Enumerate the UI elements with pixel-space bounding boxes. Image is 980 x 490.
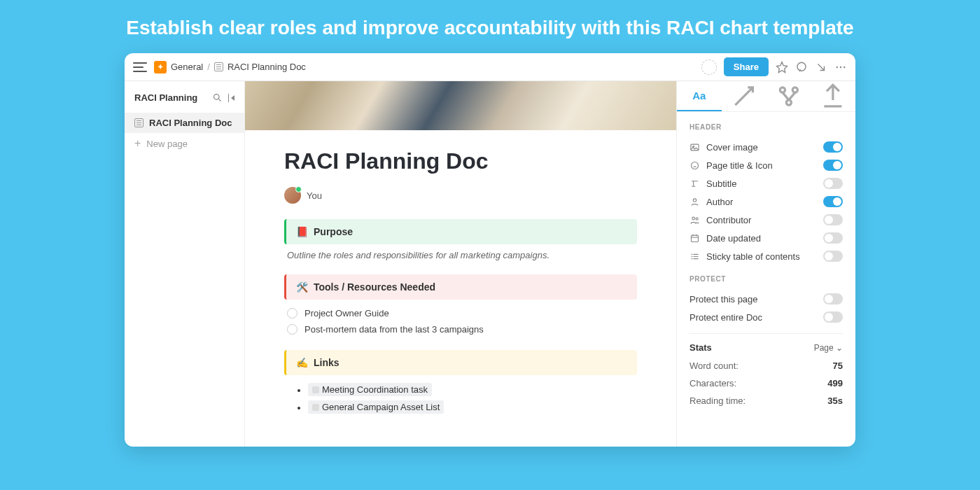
toggle-sticky-toc[interactable] <box>823 251 843 262</box>
tools-heading: Tools / Resources Needed <box>314 281 435 293</box>
people-icon <box>690 215 700 225</box>
stat-value: 499 <box>827 378 843 388</box>
link-chip[interactable]: General Campaign Asset List <box>308 400 444 414</box>
svg-point-13 <box>696 218 698 220</box>
svg-point-11 <box>693 198 696 201</box>
svg-point-1 <box>836 66 838 67</box>
option-label: Subtitle <box>706 178 817 189</box>
svg-point-10 <box>692 162 699 169</box>
checkbox-icon[interactable] <box>287 324 298 335</box>
book-icon: 📕 <box>296 226 308 237</box>
hero-title: Establish clear roles and improve accoun… <box>0 0 980 53</box>
sidebar: RACI Planning RACI Planning Doc + New pa… <box>125 81 245 447</box>
toggle-contributor[interactable] <box>823 214 843 225</box>
section-protect: PROTECT <box>690 275 843 283</box>
svg-point-4 <box>214 94 219 100</box>
option-label: Page title & Icon <box>706 160 817 171</box>
option-label: Contributor <box>706 215 817 225</box>
link-item[interactable]: General Campaign Asset List <box>308 398 637 416</box>
right-panel: Aa HEADER Cover image Page title & Icon <box>676 81 855 447</box>
import-icon[interactable] <box>815 61 827 74</box>
sidebar-title: RACI Planning <box>134 92 206 103</box>
link-chip[interactable]: Meeting Coordination task <box>308 383 432 396</box>
svg-point-7 <box>786 100 791 105</box>
purpose-heading: Purpose <box>314 226 353 237</box>
breadcrumb-separator: / <box>207 62 210 72</box>
option-label: Protect this page <box>690 294 817 304</box>
checklist-item[interactable]: Project Owner Guide <box>284 305 637 321</box>
cover-image[interactable] <box>245 81 676 130</box>
link-item[interactable]: Meeting Coordination task <box>308 381 637 398</box>
tab-text-style[interactable]: Aa <box>677 81 722 111</box>
page-title[interactable]: RACI Planning Doc <box>284 148 637 174</box>
smile-icon <box>690 160 700 171</box>
svg-point-0 <box>797 62 806 71</box>
purpose-block[interactable]: 📕 Purpose <box>284 219 637 244</box>
toggle-date-updated[interactable] <box>823 232 843 244</box>
purpose-description[interactable]: Outline the roles and responsibilities f… <box>287 250 637 260</box>
stat-value: 75 <box>833 360 843 371</box>
section-header: HEADER <box>690 123 843 131</box>
stat-value: 35s <box>827 396 843 406</box>
star-icon[interactable] <box>776 61 788 74</box>
assignee-placeholder-icon[interactable] <box>701 59 717 75</box>
option-subtitle: Subtitle <box>690 174 843 192</box>
share-button[interactable]: Share <box>724 57 769 76</box>
breadcrumb-workspace[interactable]: General <box>171 62 203 72</box>
tab-export[interactable] <box>811 81 855 111</box>
search-icon[interactable] <box>212 92 223 103</box>
option-protect-doc: Protect entire Doc <box>690 308 843 326</box>
menu-icon[interactable] <box>133 62 147 72</box>
stats-header: Stats Page ⌄ <box>690 333 843 357</box>
option-label: Author <box>706 197 817 207</box>
toggle-protect-doc[interactable] <box>823 312 843 323</box>
toggle-cover-image[interactable] <box>823 141 843 153</box>
option-contributor: Contributor <box>690 211 843 229</box>
stat-key: Reading time: <box>690 396 746 406</box>
toggle-subtitle[interactable] <box>823 178 843 189</box>
author-row: You <box>284 187 637 204</box>
stat-key: Characters: <box>690 378 736 388</box>
svg-rect-14 <box>692 235 699 241</box>
option-sticky-toc: Sticky table of contents <box>690 247 843 265</box>
stat-word-count: Word count: 75 <box>690 357 843 374</box>
checklist-item[interactable]: Post-mortem data from the last 3 campaig… <box>284 321 637 337</box>
option-cover-image: Cover image <box>690 138 843 156</box>
links-block[interactable]: ✍️ Links <box>284 350 637 375</box>
toggle-page-title[interactable] <box>823 160 843 171</box>
more-icon[interactable] <box>834 61 847 74</box>
avatar[interactable] <box>284 187 301 204</box>
toggle-author[interactable] <box>823 196 843 207</box>
option-label: Cover image <box>706 142 817 153</box>
doc-icon <box>214 62 223 71</box>
sidebar-new-page[interactable]: + New page <box>125 133 244 154</box>
option-label: Sticky table of contents <box>706 251 817 262</box>
option-author: Author <box>690 192 843 211</box>
svg-point-5 <box>780 88 785 92</box>
plus-icon: + <box>134 138 141 149</box>
stats-scope-selector[interactable]: Page ⌄ <box>814 343 843 353</box>
sidebar-item-raci-doc[interactable]: RACI Planning Doc <box>125 113 244 133</box>
svg-point-6 <box>792 88 797 92</box>
tab-relations[interactable] <box>766 81 811 111</box>
right-panel-tabs: Aa <box>677 81 855 112</box>
sidebar-item-label: New page <box>146 139 188 149</box>
comment-icon[interactable] <box>795 61 808 74</box>
stat-characters: Characters: 499 <box>690 374 843 392</box>
stat-key: Word count: <box>690 360 738 371</box>
tab-magic[interactable] <box>722 81 766 111</box>
checkbox-icon[interactable] <box>287 308 298 318</box>
tools-icon: 🛠️ <box>296 281 308 293</box>
svg-point-12 <box>692 217 695 220</box>
doc-icon <box>134 118 144 127</box>
collapse-sidebar-icon[interactable] <box>228 94 235 102</box>
list-icon <box>690 251 700 262</box>
breadcrumb-doc[interactable]: RACI Planning Doc <box>227 62 306 72</box>
option-label: Date updated <box>706 233 817 244</box>
writing-icon: ✍️ <box>296 357 308 368</box>
toggle-protect-page[interactable] <box>823 293 843 304</box>
person-icon <box>690 197 700 207</box>
tools-block[interactable]: 🛠️ Tools / Resources Needed <box>284 274 637 300</box>
calendar-icon <box>690 233 700 244</box>
sidebar-item-label: RACI Planning Doc <box>149 118 232 128</box>
